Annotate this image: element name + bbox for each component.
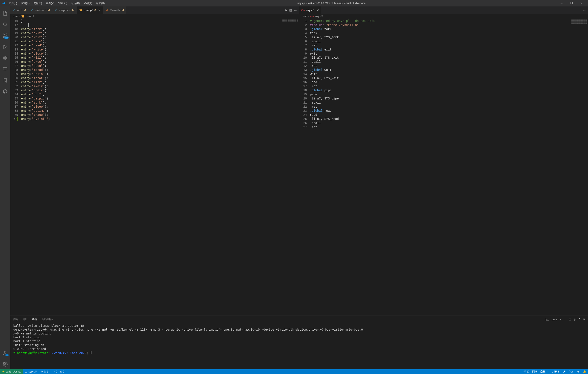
tab-label: oc.c [17,9,22,12]
close-tab-icon[interactable]: ✕ [98,9,101,12]
terminal[interactable]: balloc: write bitmap block at sector 45q… [10,323,588,369]
tab[interactable]: ASMusys.S✕ [299,6,321,14]
feedback-icon[interactable]: ☻ [575,369,581,374]
svg-rect-6 [3,58,5,60]
code-lines[interactable]: } entry("fork");entry("exit");entry("wai… [21,19,282,316]
compare-icon[interactable]: ⇋ [285,9,287,12]
search-icon[interactable] [0,19,10,30]
split-icon[interactable]: ◫ [289,9,292,12]
file-type-icon: C [54,9,58,12]
close-tab-icon[interactable]: ✕ [316,9,319,12]
terminal-dropdown-icon[interactable]: ⌄ [564,318,566,321]
tab-actions-left: ⇋ ◫ ⋯ [283,6,299,14]
modified-indicator: M [72,9,74,12]
asm-file-icon: ASM [310,15,314,17]
settings-icon[interactable] [0,359,10,369]
remote-icon[interactable] [0,64,10,74]
lang-status[interactable]: Perl [567,369,575,374]
panel-tabs: 问题输出终端调试控制台 ▷ bash ＋ ⌄ ◫ 🗑 ⌃ ✕ [10,316,588,323]
extensions-icon[interactable] [0,53,10,63]
svg-point-3 [3,34,4,35]
branch-status[interactable]: ⎇syscall* [23,369,39,374]
account-badge: 1 [5,354,9,356]
scm-icon[interactable]: 12 [0,31,10,41]
indent-status[interactable]: 空格: 4 [539,369,550,374]
code-lines[interactable]: # generated by usys.pl - do not edit#inc… [310,19,571,316]
cursor-pos[interactable]: 行 17，列 5 [522,369,539,374]
menu-item[interactable]: 文件(F) [7,1,19,6]
menu-item[interactable]: 查看(V) [44,1,56,6]
activity-bar: 12 1 [0,6,10,369]
branch-icon: ⎇ [24,370,28,373]
menu-item[interactable]: 选择(S) [32,1,44,6]
modified-indicator: M [24,9,26,12]
tab[interactable]: 🐪usys.plM✕ [77,6,103,14]
minimize-button[interactable]: ─ [557,0,567,6]
breadcrumb-seg[interactable]: user [13,15,18,18]
bell-icon[interactable]: 🔔 [581,369,588,374]
bookmark-icon[interactable] [0,75,10,85]
maximize-button[interactable]: ❐ [567,0,576,6]
menu-item[interactable]: 运行(R) [69,1,82,6]
panel: 问题输出终端调试控制台 ▷ bash ＋ ⌄ ◫ 🗑 ⌃ ✕ balloc: w… [10,316,588,369]
menu-item[interactable]: 终端(T) [82,1,94,6]
file-type-icon: C [31,9,34,12]
tab-label: usys.pl [84,9,92,12]
app-menu: 文件(F)编辑(E)选择(S)查看(V)转到(G)运行(R)终端(T)帮助(H) [7,1,106,6]
editor-left[interactable]: 1617181920212223242526272829303132333435… [10,19,299,316]
tab[interactable]: Csysinfo.hM [28,6,52,14]
github-icon[interactable] [0,86,10,97]
tab[interactable]: Coc.cM [10,6,28,14]
editor-right[interactable]: 1234567891011121314151617181920212223242… [299,19,588,316]
tabs-left: Coc.cMCsysinfo.hMCsysproc.cM🐪usys.plM✕MM… [10,6,299,14]
more-icon[interactable]: ⋯ [583,9,586,12]
new-terminal-icon[interactable]: ＋ [559,318,562,321]
sync-status[interactable]: ↻ 0↓ 1↑ [39,369,51,374]
tab[interactable]: MMakefileM [103,6,126,14]
svg-rect-8 [3,67,7,70]
encoding-status[interactable]: UTF-8 [550,369,561,374]
file-type-icon: M [105,9,108,12]
chevron-icon: › [19,15,20,18]
menu-item[interactable]: 编辑(E) [19,1,31,6]
minimap[interactable]: ▄▄▄▄▄▄▄ ▄▄▄▄▄▄▄ ▄▄▄▄▄▄▄ ▄▄▄▄▄▄▄ ▄▄▄▄▄▄▄ … [571,19,588,316]
breadcrumb-seg[interactable]: user [302,15,307,18]
close-panel-icon[interactable]: ✕ [583,318,585,321]
eol-status[interactable]: LF [561,369,567,374]
chevron-up-icon[interactable]: ⌃ [578,318,580,321]
trash-icon[interactable]: 🗑 [574,318,576,321]
svg-rect-5 [6,56,7,58]
editor-group-right: ASMusys.S✕ ⋯ user › ASM usys.S 123456789… [299,6,588,316]
file-type-icon: C [12,9,16,12]
panel-tab[interactable]: 输出 [23,317,28,322]
menu-item[interactable]: 帮助(H) [94,1,107,6]
editor-group-left: Coc.cMCsysinfo.hMCsysproc.cM🐪usys.plM✕MM… [10,6,299,316]
more-icon[interactable]: ⋯ [294,9,297,12]
statusbar: ⚡WSL: Ubuntu ⎇syscall* ↻ 0↓ 1↑ ✕ 0 ⚠ 0 行… [0,369,588,374]
gutter: 1234567891011121314151617181920212223242… [299,19,310,316]
terminal-shell-name[interactable]: bash [552,318,557,321]
account-icon[interactable]: 1 [0,348,10,358]
breadcrumb-seg[interactable]: usys.S [315,15,323,18]
remote-indicator[interactable]: ⚡WSL: Ubuntu [0,369,23,374]
breadcrumb-seg[interactable]: usys.pl [26,15,34,18]
problems-status[interactable]: ✕ 0 ⚠ 0 [51,369,66,374]
svg-point-9 [4,351,6,353]
terminal-launch-icon[interactable]: ▷ [546,318,549,321]
minimap[interactable]: ▄▄▄▄▄▄ ▄▄▄▄▄▄ ▄▄▄▄▄▄ ▄▄▄▄▄▄ ▄▄▄▄▄▄ ▄▄▄▄▄… [282,19,299,316]
tab[interactable]: Csysproc.cM [52,6,77,14]
run-icon[interactable] [0,42,10,52]
breadcrumb-left[interactable]: user › 🐪 usys.pl [10,14,299,19]
panel-tab[interactable]: 问题 [13,317,18,322]
svg-rect-7 [6,58,7,60]
tab-label: sysproc.c [59,9,71,12]
close-button[interactable]: ✕ [576,0,586,6]
file-type-icon: 🐪 [79,9,83,12]
window-title: usys.pl - xv6-labs-2020 [WSL: Ubuntu] - … [106,2,557,5]
panel-tab[interactable]: 调试控制台 [42,317,53,322]
panel-tab[interactable]: 终端 [32,317,37,322]
split-terminal-icon[interactable]: ◫ [569,318,571,321]
breadcrumb-right[interactable]: user › ASM usys.S [299,14,588,19]
menu-item[interactable]: 转到(G) [56,1,69,6]
explorer-icon[interactable] [0,8,10,19]
